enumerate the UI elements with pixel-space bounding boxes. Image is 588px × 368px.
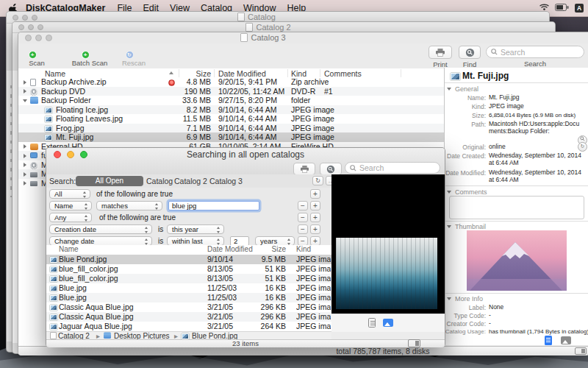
expand-arrow-icon[interactable] (24, 163, 26, 167)
zoom-icon[interactable] (37, 24, 43, 30)
expand-arrow-icon[interactable] (24, 181, 26, 185)
column-size[interactable]: Size (215, 245, 286, 253)
chevron-down-icon (447, 225, 451, 228)
refresh-original-icon[interactable]: ↻ (578, 142, 587, 152)
inspector-original-value: online (489, 144, 586, 151)
table-row[interactable]: Backup Archive.zip 4.8 MB9/20/15, 9:41 P… (18, 77, 445, 87)
scope-tab-catalog[interactable]: Catalog (146, 177, 173, 185)
section-comments[interactable]: Comments (447, 188, 487, 196)
operator-popup[interactable]: this year (167, 224, 224, 234)
kind-cell: JPEG image (296, 274, 331, 283)
name-cell: Mt. Fuji.jpg (56, 132, 93, 142)
name-cell: Blue.jpg (59, 283, 87, 293)
attribute-popup[interactable]: Name (49, 201, 92, 210)
result-row[interactable]: Jaguar Aqua Blue.jpg 3/21/05264 KBJPEG i… (46, 322, 331, 331)
result-row[interactable]: blue_fill_color.jpg 8/13/0551 KBJPEG ima… (46, 264, 331, 274)
result-row[interactable]: Blue.jpg 11/25/0316 KBJPEG image (46, 293, 331, 302)
find-button[interactable] (320, 163, 342, 175)
add-criteria-button[interactable]: + (310, 201, 320, 210)
search-input[interactable]: Search (345, 162, 440, 174)
popup-arrows-icon (216, 227, 221, 233)
result-row[interactable]: Classic Aqua Blue.jpg 3/21/05296 KBJPEG … (46, 302, 331, 312)
remove-criteria-button[interactable]: − (298, 224, 308, 234)
scan-button[interactable]: + Scan (24, 46, 49, 67)
preview-pane (331, 174, 445, 314)
text-view-icon[interactable] (545, 336, 552, 345)
print-button[interactable] (429, 46, 452, 59)
remove-criteria-button[interactable]: − (298, 201, 308, 210)
scope-all-open-catalogs[interactable]: All Open Catalogs (76, 176, 143, 186)
section-more-info[interactable]: More Info (447, 295, 483, 302)
search-status-bar: 23 items (46, 339, 445, 347)
close-icon[interactable] (18, 24, 24, 30)
scope-tab-catalog-3[interactable]: Catalog 3 (209, 177, 243, 185)
text-view-icon[interactable] (368, 318, 376, 328)
criteria-value-input[interactable]: blue jpg (168, 201, 259, 210)
date-cell: 9/20/15, 9:41 PM (218, 77, 277, 87)
expand-arrow-icon[interactable] (24, 144, 26, 149)
result-row[interactable]: Blue.jpg 11/25/0316 KBJPEG image (46, 283, 331, 293)
table-row[interactable]: Backup Folder 33.6 MB9/27/15, 8:20 PM fo… (18, 96, 445, 105)
find-button-group: Find (455, 46, 484, 68)
scope-tab-catalog-2[interactable]: Catalog 2 (174, 177, 207, 185)
fuji-thumbnail-image (467, 230, 567, 291)
add-criteria-button[interactable]: + (310, 213, 320, 222)
image-view-icon[interactable] (383, 319, 393, 327)
inspector-name-value: Mt. Fuji.jpg (489, 94, 586, 102)
print-button[interactable] (293, 163, 315, 175)
input-source-icon[interactable]: A (575, 4, 584, 13)
name-cell: blue_fill_color.jpg (59, 274, 118, 283)
table-row[interactable]: Frog.jpg 7.1 MB9/10/14, 6:44 AM JPEG ima… (18, 124, 445, 133)
result-row[interactable]: blue_fill_color.jpg 8/13/0551 KBJPEG ima… (46, 274, 331, 283)
expand-arrow-icon[interactable] (24, 154, 26, 158)
image-view-icon[interactable] (561, 336, 571, 344)
close-icon[interactable] (25, 35, 32, 41)
remove-criteria-button[interactable]: − (298, 213, 308, 222)
rescan-button[interactable]: ↻ Rescan (118, 46, 149, 67)
add-criteria-button[interactable]: + (310, 189, 320, 199)
refresh-button[interactable]: ↻ (312, 176, 323, 185)
inspector-created-value: Wednesday, September 10, 2014 at 6:44 AM (489, 152, 586, 166)
minimize-icon[interactable] (35, 35, 42, 41)
name-cell: Blue.jpg (59, 293, 87, 302)
conjunction-popup[interactable]: Any (49, 213, 92, 222)
table-row[interactable]: Floating Ice.jpg 8.2 MB9/10/14, 6:44 AM … (18, 105, 445, 115)
minimize-icon[interactable] (22, 15, 28, 21)
battery-icon[interactable] (555, 3, 569, 13)
zoom-icon[interactable] (32, 15, 37, 21)
window-catalog-3-titlebar[interactable] (18, 32, 588, 44)
table-row[interactable]: Backup DVD 190 MB10/22/05, 11:42 AM DVD-… (18, 87, 445, 96)
expand-arrow-icon[interactable] (24, 80, 26, 85)
column-kind[interactable]: Kind (296, 245, 311, 253)
zoom-icon[interactable] (46, 35, 52, 41)
expand-arrow-icon[interactable] (24, 172, 26, 177)
expand-arrow-icon[interactable] (24, 89, 26, 93)
jpeg-file-icon (45, 116, 52, 122)
add-criteria-button[interactable]: + (310, 224, 320, 234)
computer-icon (30, 152, 37, 158)
section-general[interactable]: General (447, 85, 478, 93)
minimize-icon[interactable] (28, 24, 34, 30)
table-row[interactable]: Floating Leaves.jpg 11.5 MB9/10/14, 6:44… (18, 114, 445, 124)
kind-cell: JPEG image (296, 264, 331, 274)
inspector-modified-value: Wednesday, September 10, 2014 at 6:44 AM (489, 169, 586, 183)
collapse-arrow-icon[interactable] (23, 99, 27, 102)
search-input[interactable]: Search (486, 46, 584, 58)
section-thumbnail[interactable]: Thumbnail (447, 223, 486, 230)
sidebar-toggle-icon[interactable] (575, 347, 587, 355)
info-inspector-panel: Mt. Fuji.jpg General Name:Mt. Fuji.jpg K… (444, 68, 588, 345)
batch-scan-button[interactable]: + Batch Scan (71, 46, 108, 67)
find-button[interactable] (459, 46, 481, 59)
operator-popup[interactable]: matches (96, 201, 162, 210)
attribute-popup[interactable]: Creation date (49, 224, 152, 234)
column-name[interactable]: Name (59, 245, 79, 253)
preview-toggle-icon[interactable] (408, 339, 420, 347)
result-row[interactable]: Classic Aqua Blue.jpg 3/21/05296 KBJPEG … (46, 312, 331, 322)
jpeg-file-icon (451, 73, 460, 80)
table-row-selected[interactable]: Mt. Fuji.jpg 6.9 MB9/10/14, 6:44 AM JPEG… (18, 132, 445, 142)
close-icon[interactable] (12, 15, 18, 21)
comments-textbox[interactable] (449, 196, 584, 219)
result-row-selected[interactable]: Blue Pond.jpg 9/10/149.5 MBJPEG image (46, 255, 331, 264)
conjunction-popup[interactable]: All (49, 189, 90, 199)
search-window[interactable]: Searching in all open catalogs Search Se… (46, 147, 445, 347)
